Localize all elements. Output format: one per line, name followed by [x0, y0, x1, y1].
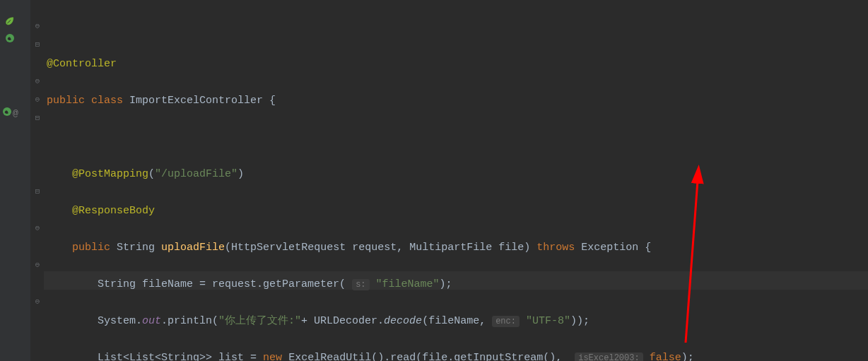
- fold-mark-icon[interactable]: ⊟: [34, 109, 41, 116]
- fold-mark-icon[interactable]: ⊖: [34, 256, 41, 263]
- code-line: String fileName = request.getParameter( …: [47, 276, 868, 294]
- code-line: List<List<String>> list = new ExcelReadU…: [47, 349, 868, 361]
- fold-mark-icon[interactable]: ⊖: [34, 17, 41, 24]
- gutter: @: [0, 0, 31, 361]
- fold-mark-icon[interactable]: ⊖: [34, 219, 41, 226]
- param-hint: isExcel2003:: [575, 353, 643, 361]
- fold-column: ⊖ ⊟ ⊖ ⊖ ⊟ ⊟ ⊖ ⊖ ⊖: [31, 0, 44, 361]
- param-hint: enc:: [492, 316, 520, 327]
- fold-mark-icon[interactable]: ⊖: [34, 72, 41, 79]
- code-line: @Controller: [47, 55, 868, 73]
- spring-leaf-icon[interactable]: [4, 16, 16, 27]
- code-line: public String uploadFile(HttpServletRequ…: [47, 239, 868, 257]
- code-line: System.out.println("你上传了文件:"+ URLDecoder…: [47, 312, 868, 331]
- code-line: @PostMapping("/uploadFile"): [47, 165, 868, 184]
- fold-mark-icon[interactable]: ⊖: [34, 292, 41, 300]
- fold-mark-icon[interactable]: ⊟: [34, 182, 41, 189]
- fold-mark-icon[interactable]: ⊟: [34, 35, 41, 42]
- code-area[interactable]: @Controller public class ImportExcelCont…: [47, 0, 868, 361]
- param-hint: s:: [352, 279, 369, 290]
- spring-bean-icon[interactable]: [1, 106, 13, 117]
- code-line: public class ImportExcelController {: [47, 92, 868, 110]
- at-sign-icon[interactable]: @: [13, 105, 24, 116]
- spring-bean-icon[interactable]: [4, 32, 16, 44]
- fold-mark-icon[interactable]: ⊖: [34, 90, 41, 97]
- code-line: @ResponseBody: [47, 202, 868, 220]
